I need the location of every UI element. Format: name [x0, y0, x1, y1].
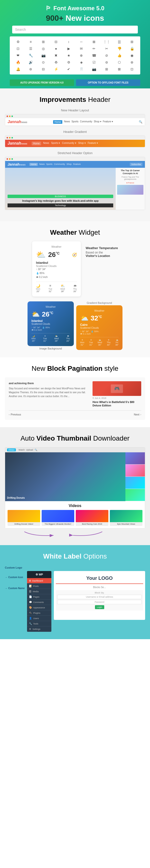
compass-icon: 🧭 — [72, 252, 77, 257]
snav-feature[interactable]: Feature — [73, 163, 81, 166]
wl-password-input[interactable]: Password — [57, 600, 142, 604]
wl-item-comments[interactable]: 💬 Comments — [27, 599, 51, 605]
wl-username-input[interactable]: Username or Email address — [57, 595, 142, 599]
icon-cell: ✉ — [75, 46, 87, 52]
icon-cell: 👍 — [113, 53, 125, 58]
snav-news[interactable]: News — [39, 163, 45, 166]
icon-cell: ● — [50, 46, 62, 52]
video-item-3[interactable]: Best Racing Cars 2018 — [76, 510, 108, 526]
jannah-logo: Jannahnews — [7, 120, 27, 124]
comments-icon: 💬 — [29, 601, 32, 603]
settings-icon: ⚙ — [29, 628, 31, 630]
gnav-shop[interactable]: Shop ▾ — [78, 142, 86, 145]
fa-section: 🏳 Font Awesome 5.0 900+ New icons Search… — [0, 0, 150, 88]
vnav-watch[interactable]: Watch — [18, 448, 25, 451]
fa-icon-grid: ⚙ ≡ ⊞ ⊟ ↕ ↔ ⊠ ⋮⋮ ||| ⊞ ⊡ ☰ ◎ ● ▶ ✉ ✏ ✂ 👎… — [10, 36, 140, 74]
video-big-thumb[interactable]: Drifting Donuts — [5, 452, 125, 501]
wc-label-blue: Weather — [31, 305, 70, 308]
dot-green — [11, 116, 13, 117]
fa-offload-btn[interactable]: OPTION TO OFFLOAD FONT FILES — [76, 80, 140, 86]
icon-cell: 👎 — [113, 46, 125, 52]
thumb-inner: 🎮 — [111, 384, 123, 393]
wl-item-tools[interactable]: 🔧 Tools — [27, 621, 51, 626]
header-improvements-section: Improvements Header New Header Layout Ja… — [0, 88, 150, 221]
fa-search-box[interactable]: Search — [12, 26, 138, 33]
arrow-area — [5, 530, 145, 538]
wl-item-posts[interactable]: 📝 Posts — [27, 584, 51, 589]
side-thumb-4[interactable] — [125, 489, 145, 501]
wl-item-plugins[interactable]: 🔌 Plugins — [27, 610, 51, 616]
icon-cell: ⊞ — [38, 39, 49, 45]
video-item-4[interactable]: Epic Mountain Views — [110, 510, 143, 526]
vnav-search[interactable]: 🔍 — [35, 448, 37, 451]
nav-item-news[interactable]: News — [64, 120, 70, 124]
image-bg-label: Image Background — [28, 347, 74, 350]
wl-item-pages[interactable]: 📄 Pages — [27, 594, 51, 599]
fa-upgrade-btn[interactable]: AUTO UPGRADE FROM VERSION 4.0 — [10, 80, 74, 86]
weather-temp: 26°C — [48, 251, 60, 259]
nav-item-home[interactable]: Home — [53, 120, 63, 124]
city-orange: Cairo — [80, 323, 119, 327]
temp-blue: 26°C — [42, 310, 53, 318]
gnav-news[interactable]: News — [43, 142, 49, 145]
article-link[interactable]: Here What's in Battlefield 5's $80 Delux… — [92, 400, 141, 407]
icon-cell: ◎ — [38, 46, 49, 52]
nav-item-feature[interactable]: Feature ▾ — [103, 120, 113, 124]
section-title-header: Improvements Header — [5, 96, 145, 103]
nav-item-community[interactable]: Community — [80, 120, 92, 124]
dot-red — [7, 116, 8, 117]
forecast-blue: 🌙Mon25° ☀Tue31° ⛅Wed28° 🌧Thu26° — [31, 333, 70, 342]
article-date: © Jun 4, 2018 — [92, 397, 141, 399]
fb-wed: ⛅Wed28° — [54, 335, 59, 342]
jannah-logo-gradient: Jannahnews — [7, 141, 27, 146]
wl-item-settings[interactable]: ⚙ Settings — [27, 626, 51, 632]
custom-name-label: → Custom Name — [5, 587, 25, 590]
fa-buttons: AUTO UPGRADE FROM VERSION 4.0 OPTION TO … — [7, 77, 143, 88]
video-item-1[interactable]: Drifting Donuts Video! — [7, 510, 40, 526]
subscribe-btn[interactable]: Subscribe — [130, 163, 143, 166]
custom-icon-label: → Custom Icon — [5, 576, 25, 579]
snav-shop[interactable]: Shop — [67, 163, 72, 166]
fb-mon: 🌙Mon25° — [31, 335, 36, 342]
side-thumb-2[interactable] — [125, 465, 145, 477]
details-blue: ↑ 30° 34° 💧 85%🌧 0.2 inch — [31, 326, 70, 331]
weather-cloud-icon: ⛅ — [36, 250, 46, 259]
wl-login-btn[interactable]: Login — [95, 605, 104, 609]
wl-item-media[interactable]: 🖼 Media — [27, 589, 51, 594]
gnav-sports[interactable]: Sports ▾ — [51, 142, 60, 145]
side-thumb-3[interactable] — [125, 477, 145, 489]
snav-sports[interactable]: Sports — [46, 163, 52, 166]
side-thumb-1[interactable] — [125, 452, 145, 465]
thumb-icon: 🎮 — [114, 386, 119, 391]
weather-city: Istanbul — [36, 261, 77, 265]
image-bg-label-wrap: Weather ⛅ 26°C Istanbul Scattered Clouds… — [28, 301, 74, 350]
video-grid: Drifting Donuts Video! The Biggest Ultra… — [7, 510, 143, 526]
gradient-mock: Jannahnews Home News Sports ▾ Community … — [5, 135, 145, 147]
snav-home[interactable]: Home — [30, 163, 38, 166]
video-item-2[interactable]: The Biggest Ultrawide Monitor! — [42, 510, 74, 526]
snav-community[interactable]: Community — [54, 163, 65, 166]
icon-cell: ⊞ — [101, 66, 112, 72]
custom-logo-label: Custom Logo — [5, 566, 22, 569]
icon-cell: 📷 — [88, 66, 100, 72]
wl-item-users[interactable]: 👤 Users — [27, 616, 51, 621]
icon-cell: ⬡ — [113, 59, 125, 65]
search-icon-header[interactable]: 🔍 — [139, 120, 143, 124]
gnav-community[interactable]: Community ▾ — [62, 142, 76, 145]
wl-item-dashboard[interactable]: ⊞ Dashboard — [27, 578, 51, 584]
icon-cell: ≡ — [25, 39, 37, 45]
weather-info-text: Weather Temperature Based on the Visitor… — [86, 241, 118, 258]
wl-left-labels: → Custom Icon → Custom Name — [5, 571, 25, 590]
weather-card-orange: Weather ⛅ 32°C Cairo Scattered Clouds ↑ … — [76, 305, 122, 350]
nav-item-sports[interactable]: Sports — [71, 120, 78, 124]
prev-btn[interactable]: ‹ Previous — [9, 413, 21, 416]
nav-item-shop[interactable]: Shop ▾ — [94, 120, 101, 124]
icon-cell: ⊠ — [88, 39, 100, 45]
vnav-upload[interactable]: Upload — [26, 448, 33, 451]
gnav-home[interactable]: Home — [32, 142, 41, 145]
next-btn[interactable]: Next › — [134, 413, 141, 416]
wl-item-appearance[interactable]: 🎨 Appearance — [27, 605, 51, 610]
weather-widget-demo: Weather ⛅ 26°C 🧭 Istanbul Scattered Clou… — [5, 241, 145, 297]
gnav-feature[interactable]: Feature ▾ — [88, 142, 98, 145]
whitelabel-section: White Label Options Custom Logo → Custom… — [0, 545, 150, 639]
